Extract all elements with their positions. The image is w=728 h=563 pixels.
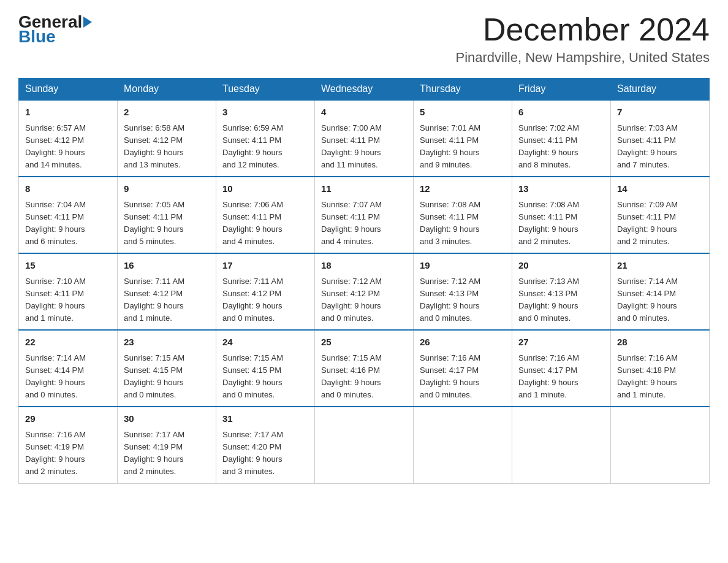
header: General Blue December 2024 Pinardville, … xyxy=(18,12,710,66)
day-number: 29 xyxy=(25,412,111,426)
day-number: 21 xyxy=(617,259,703,273)
month-title: December 2024 xyxy=(455,12,710,47)
calendar-cell xyxy=(414,407,512,483)
day-number: 7 xyxy=(617,105,703,120)
calendar-cell: 28 Sunrise: 7:16 AMSunset: 4:18 PMDaylig… xyxy=(611,330,710,407)
day-number: 6 xyxy=(518,105,604,120)
day-number: 4 xyxy=(321,105,407,120)
calendar-cell: 12 Sunrise: 7:08 AMSunset: 4:11 PMDaylig… xyxy=(414,177,512,253)
day-number: 8 xyxy=(25,182,111,196)
day-number: 23 xyxy=(124,335,210,350)
calendar-cell: 6 Sunrise: 7:02 AMSunset: 4:11 PMDayligh… xyxy=(512,100,611,177)
day-info: Sunrise: 7:12 AMSunset: 4:13 PMDaylight:… xyxy=(420,277,480,323)
day-number: 5 xyxy=(420,105,506,120)
calendar-cell: 16 Sunrise: 7:11 AMSunset: 4:12 PMDaylig… xyxy=(118,253,216,330)
calendar-cell: 25 Sunrise: 7:15 AMSunset: 4:16 PMDaylig… xyxy=(315,330,414,407)
calendar-cell: 15 Sunrise: 7:10 AMSunset: 4:11 PMDaylig… xyxy=(19,253,118,330)
header-friday: Friday xyxy=(512,79,611,101)
day-info: Sunrise: 7:13 AMSunset: 4:13 PMDaylight:… xyxy=(518,277,579,323)
day-info: Sunrise: 6:59 AMSunset: 4:11 PMDaylight:… xyxy=(222,123,283,169)
location-title: Pinardville, New Hampshire, United State… xyxy=(455,50,710,66)
day-number: 27 xyxy=(518,335,604,350)
day-info: Sunrise: 7:16 AMSunset: 4:18 PMDaylight:… xyxy=(617,353,678,399)
day-info: Sunrise: 7:16 AMSunset: 4:19 PMDaylight:… xyxy=(25,430,86,476)
day-number: 11 xyxy=(321,182,407,196)
calendar-cell: 10 Sunrise: 7:06 AMSunset: 4:11 PMDaylig… xyxy=(216,177,315,253)
header-saturday: Saturday xyxy=(611,79,710,101)
calendar-cell: 13 Sunrise: 7:08 AMSunset: 4:11 PMDaylig… xyxy=(512,177,611,253)
header-wednesday: Wednesday xyxy=(315,79,414,101)
calendar-cell: 7 Sunrise: 7:03 AMSunset: 4:11 PMDayligh… xyxy=(611,100,710,177)
day-number: 31 xyxy=(222,412,308,426)
day-info: Sunrise: 7:14 AMSunset: 4:14 PMDaylight:… xyxy=(25,353,86,399)
header-thursday: Thursday xyxy=(414,79,512,101)
title-section: December 2024 Pinardville, New Hampshire… xyxy=(455,12,710,66)
day-info: Sunrise: 7:00 AMSunset: 4:11 PMDaylight:… xyxy=(321,123,382,169)
day-number: 14 xyxy=(617,182,703,196)
day-number: 25 xyxy=(321,335,407,350)
day-info: Sunrise: 7:16 AMSunset: 4:17 PMDaylight:… xyxy=(420,353,480,399)
day-info: Sunrise: 7:06 AMSunset: 4:11 PMDaylight:… xyxy=(222,200,283,246)
day-info: Sunrise: 7:15 AMSunset: 4:15 PMDaylight:… xyxy=(222,353,283,399)
day-info: Sunrise: 7:09 AMSunset: 4:11 PMDaylight:… xyxy=(617,200,678,246)
calendar-table: Sunday Monday Tuesday Wednesday Thursday… xyxy=(18,78,710,483)
day-number: 26 xyxy=(420,335,506,350)
day-info: Sunrise: 7:11 AMSunset: 4:12 PMDaylight:… xyxy=(222,277,283,323)
day-info: Sunrise: 7:04 AMSunset: 4:11 PMDaylight:… xyxy=(25,200,86,246)
calendar-cell xyxy=(611,407,710,483)
week-row-1: 1 Sunrise: 6:57 AMSunset: 4:12 PMDayligh… xyxy=(19,100,710,177)
day-number: 28 xyxy=(617,335,703,350)
calendar-cell: 30 Sunrise: 7:17 AMSunset: 4:19 PMDaylig… xyxy=(118,407,216,483)
week-row-2: 8 Sunrise: 7:04 AMSunset: 4:11 PMDayligh… xyxy=(19,177,710,253)
day-number: 22 xyxy=(25,335,111,350)
day-info: Sunrise: 7:01 AMSunset: 4:11 PMDaylight:… xyxy=(420,123,480,169)
day-info: Sunrise: 7:07 AMSunset: 4:11 PMDaylight:… xyxy=(321,200,382,246)
calendar-cell: 18 Sunrise: 7:12 AMSunset: 4:12 PMDaylig… xyxy=(315,253,414,330)
logo-arrow-icon xyxy=(83,17,92,28)
day-info: Sunrise: 7:10 AMSunset: 4:11 PMDaylight:… xyxy=(25,277,86,323)
day-info: Sunrise: 7:17 AMSunset: 4:19 PMDaylight:… xyxy=(124,430,184,476)
calendar-cell: 14 Sunrise: 7:09 AMSunset: 4:11 PMDaylig… xyxy=(611,177,710,253)
calendar-cell: 2 Sunrise: 6:58 AMSunset: 4:12 PMDayligh… xyxy=(118,100,216,177)
week-row-3: 15 Sunrise: 7:10 AMSunset: 4:11 PMDaylig… xyxy=(19,253,710,330)
day-info: Sunrise: 6:57 AMSunset: 4:12 PMDaylight:… xyxy=(25,123,86,169)
day-number: 9 xyxy=(124,182,210,196)
calendar-cell xyxy=(512,407,611,483)
day-info: Sunrise: 7:05 AMSunset: 4:11 PMDaylight:… xyxy=(124,200,184,246)
weekday-header-row: Sunday Monday Tuesday Wednesday Thursday… xyxy=(19,79,710,101)
header-tuesday: Tuesday xyxy=(216,79,315,101)
calendar-cell xyxy=(315,407,414,483)
header-monday: Monday xyxy=(118,79,216,101)
calendar-cell: 9 Sunrise: 7:05 AMSunset: 4:11 PMDayligh… xyxy=(118,177,216,253)
calendar-cell: 31 Sunrise: 7:17 AMSunset: 4:20 PMDaylig… xyxy=(216,407,315,483)
calendar-cell: 20 Sunrise: 7:13 AMSunset: 4:13 PMDaylig… xyxy=(512,253,611,330)
header-sunday: Sunday xyxy=(19,79,118,101)
day-number: 15 xyxy=(25,259,111,273)
calendar-cell: 26 Sunrise: 7:16 AMSunset: 4:17 PMDaylig… xyxy=(414,330,512,407)
calendar-cell: 29 Sunrise: 7:16 AMSunset: 4:19 PMDaylig… xyxy=(19,407,118,483)
logo-blue-text: Blue xyxy=(18,27,56,46)
day-info: Sunrise: 7:12 AMSunset: 4:12 PMDaylight:… xyxy=(321,277,382,323)
logo: General Blue xyxy=(18,12,93,47)
calendar-cell: 23 Sunrise: 7:15 AMSunset: 4:15 PMDaylig… xyxy=(118,330,216,407)
calendar-cell: 4 Sunrise: 7:00 AMSunset: 4:11 PMDayligh… xyxy=(315,100,414,177)
day-number: 24 xyxy=(222,335,308,350)
day-info: Sunrise: 7:15 AMSunset: 4:15 PMDaylight:… xyxy=(124,353,184,399)
calendar-cell: 5 Sunrise: 7:01 AMSunset: 4:11 PMDayligh… xyxy=(414,100,512,177)
day-info: Sunrise: 7:14 AMSunset: 4:14 PMDaylight:… xyxy=(617,277,678,323)
calendar-cell: 3 Sunrise: 6:59 AMSunset: 4:11 PMDayligh… xyxy=(216,100,315,177)
day-number: 30 xyxy=(124,412,210,426)
calendar-cell: 11 Sunrise: 7:07 AMSunset: 4:11 PMDaylig… xyxy=(315,177,414,253)
day-number: 16 xyxy=(124,259,210,273)
day-number: 17 xyxy=(222,259,308,273)
day-info: Sunrise: 7:11 AMSunset: 4:12 PMDaylight:… xyxy=(124,277,184,323)
calendar-cell: 21 Sunrise: 7:14 AMSunset: 4:14 PMDaylig… xyxy=(611,253,710,330)
day-number: 12 xyxy=(420,182,506,196)
day-info: Sunrise: 7:02 AMSunset: 4:11 PMDaylight:… xyxy=(518,123,579,169)
calendar-cell: 24 Sunrise: 7:15 AMSunset: 4:15 PMDaylig… xyxy=(216,330,315,407)
calendar-cell: 8 Sunrise: 7:04 AMSunset: 4:11 PMDayligh… xyxy=(19,177,118,253)
day-number: 3 xyxy=(222,105,308,120)
day-number: 2 xyxy=(124,105,210,120)
day-info: Sunrise: 7:08 AMSunset: 4:11 PMDaylight:… xyxy=(518,200,579,246)
day-info: Sunrise: 7:17 AMSunset: 4:20 PMDaylight:… xyxy=(222,430,283,476)
